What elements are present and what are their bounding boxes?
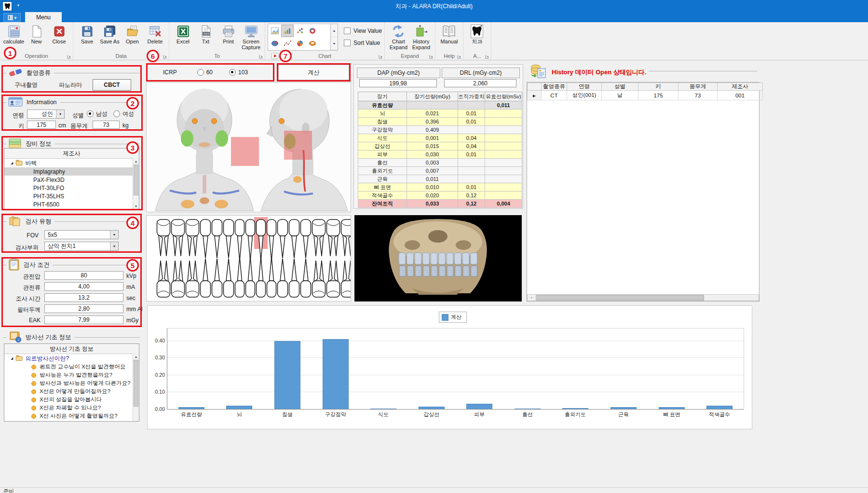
gallery-scroll-buttons[interactable]: ▲▼ [331,24,338,51]
chart-bar-button[interactable] [610,407,637,409]
history-column-header[interactable]: 촬영종류 [542,83,567,91]
organ-table-row[interactable]: 적색골수0,0200,12 [358,192,522,200]
condition-field[interactable]: 13,2 [44,293,123,302]
chart-bar-button[interactable] [370,409,396,409]
fov-combo[interactable]: 5x5 ▼ [44,230,119,239]
history-hscrollbar[interactable]: ‹ [527,294,759,301]
height-field[interactable]: 175 [27,121,56,129]
condition-field[interactable]: 4,00 [44,282,123,291]
doughnut-chart-icon[interactable] [306,25,319,37]
organ-table-row[interactable]: 흉선0,003 [358,159,522,167]
pie3d-chart-icon[interactable] [269,37,281,50]
scatter-line-chart-icon[interactable] [281,37,294,50]
chart-bar-button[interactable] [274,341,300,409]
organ-table-row[interactable]: 근육0,011 [358,175,522,183]
organ-table-header[interactable]: 조직가중치 [458,92,485,101]
gender-option[interactable]: 남성 [87,110,108,118]
icrp-option-103[interactable]: 103 [229,69,248,76]
history-expand-button[interactable]: History Expand [410,24,433,50]
chart-bar-button[interactable] [706,406,732,409]
radiation-topic-item[interactable]: X선은 차폐할 수 있나요? [4,404,139,412]
scrollbar-thumb[interactable] [134,360,138,407]
history-column-header[interactable]: 연령 [567,83,602,91]
txt-button[interactable]: TXTTxt [194,24,217,44]
close-button[interactable]: Close [48,24,70,44]
torus-chart-icon[interactable] [306,37,319,50]
equipment-model-item[interactable]: Implagraphy [4,167,139,176]
scrollbar-thumb[interactable] [536,295,704,301]
teeth-chart-panel[interactable] [146,215,351,301]
screen-capture-button[interactable]: Screen Capture [240,24,262,50]
radio-icon[interactable] [113,110,120,117]
manufacturer-folder[interactable]: ◢ 바텍 [4,159,139,167]
radiation-topic-item[interactable]: 뢴트겐 교수님이 X선을 발견했어요 [4,363,139,371]
new-button[interactable]: New [25,24,48,44]
excel-button[interactable]: Excel [172,24,194,44]
organ-table-header[interactable]: 장기 [358,92,407,101]
chart-bar-button[interactable] [323,339,349,409]
area-chart-icon[interactable] [269,25,281,37]
row-selector-icon[interactable]: ▸ [528,91,542,100]
dialog-launcher-icon[interactable] [457,55,461,59]
dialog-launcher-icon[interactable] [485,55,489,59]
radiation-info-scrollbar[interactable]: ▲ [133,354,139,421]
chart-bar-button[interactable] [226,406,252,409]
scroll-down-icon[interactable]: ▼ [133,203,139,209]
scroll-up-icon[interactable]: ▲ [133,158,139,164]
organ-table-row[interactable]: 흉외기도0,007 [358,167,522,175]
scroll-left-icon[interactable]: ‹ [528,295,536,301]
chevron-down-icon[interactable]: ▼ [110,242,118,250]
history-column-header[interactable]: 몸무게 [678,83,718,91]
equipment-model-item[interactable]: PHT-6500 [4,200,139,208]
organ-table-row[interactable]: 뼈 표면0,0100,01 [358,183,522,192]
tree-expander-icon[interactable]: ◢ [11,161,13,165]
dialog-launcher-icon[interactable] [67,55,71,59]
gender-option[interactable]: 여성 [113,110,134,118]
condition-field[interactable]: 2,80 [44,304,123,313]
exam-region-combo[interactable]: 상악 전치1 ▼ [44,242,119,251]
tree-expander-icon[interactable]: ◢ [11,356,13,360]
history-row[interactable]: ▸CT성인(001)남17573001 [528,91,763,100]
chart-bar-button[interactable] [659,407,685,409]
equipment-model-item[interactable]: Uni3D [4,208,139,210]
organ-table-row[interactable]: 갑상선0,0150,04 [358,142,522,151]
scrollbar-thumb[interactable] [134,164,138,195]
radiation-topic-item[interactable]: X선 사진은 어떻게 촬영될까요? [4,412,139,420]
manual-button[interactable]: Manual [438,24,461,44]
manufacturer-column-header[interactable]: 제조사 [4,149,139,159]
chart-bar-button[interactable] [515,409,541,409]
condition-field[interactable]: 7,99 [44,315,123,324]
organ-table-row[interactable]: 뇌0,0210,01 [358,110,522,118]
calculate-button[interactable]: 계산 [278,65,349,80]
equipment-model-item[interactable]: PHT-35LHS [4,192,139,200]
history-column-header[interactable]: 키 [638,83,678,91]
radio-icon[interactable] [229,69,236,76]
pie-chart-icon[interactable] [294,37,306,50]
chart-bar-button[interactable] [562,408,588,409]
chevron-down-icon[interactable]: ▼ [56,110,64,118]
equipment-scrollbar[interactable]: ▲ ▼ [133,158,139,209]
sort-value-checkbox[interactable]: Sort Value [344,40,382,46]
organ-table-row[interactable]: 피부0,0300,01 [358,151,522,159]
radiation-topic-item[interactable]: 방사선과 방사능은 어떻게 다른가요? [4,379,139,387]
dialog-launcher-icon[interactable] [259,55,263,59]
chart-bar-button[interactable] [466,404,492,409]
equipment-model-item[interactable]: PHT-30LFO [4,184,139,192]
open-button[interactable]: Open [121,24,144,44]
dialog-launcher-icon[interactable] [379,55,383,59]
chevron-down-icon[interactable]: ▼ [110,231,118,239]
app-menu-button[interactable]: ▾ [3,13,21,22]
button-button[interactable]: 치과 [466,24,488,44]
radiation-topic-item[interactable]: X선은 어떻게 만들어질까요? [4,387,139,396]
chart-bar-button[interactable] [178,407,204,409]
scroll-up-icon[interactable]: ▲ [133,354,139,360]
organ-table-row[interactable]: 침샘0,3960,01 [358,118,522,126]
organ-table-row[interactable]: 잔여조직0,0330,120,004 [358,200,522,208]
weight-field[interactable]: 73 [93,121,120,129]
age-combo[interactable]: 성인 ▼ [27,110,65,119]
save-as-button[interactable]: Save As [98,24,121,44]
radiation-info-list-header[interactable]: 방사선 기초 정보 [4,344,139,354]
chart-bar-button[interactable] [419,407,445,409]
radiation-info-folder[interactable]: ◢ 의료방사선이란? [4,354,139,363]
calculate-button[interactable]: calculate [2,24,25,44]
